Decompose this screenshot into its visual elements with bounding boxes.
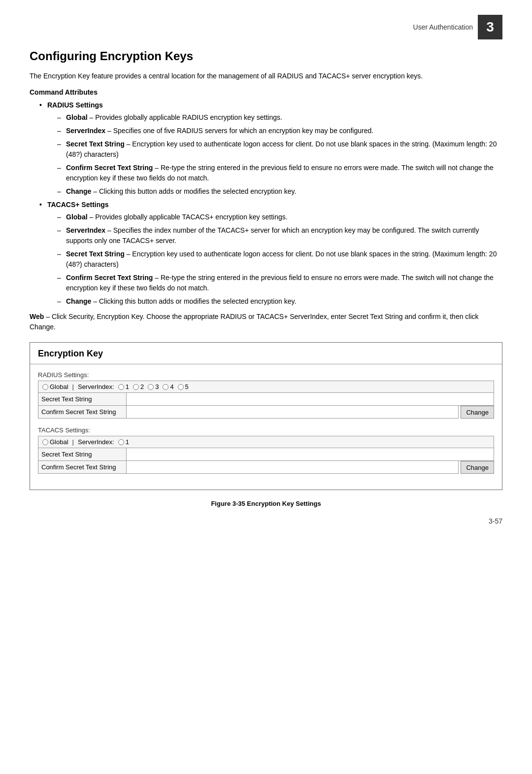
radius-change-btn-cell: Change: [461, 406, 494, 419]
tacacs-secret-label: Secret Text String: [38, 448, 127, 461]
encryption-key-box: Encryption Key RADIUS Settings: Global |…: [30, 342, 502, 490]
page-container: User Authentication 3 Configuring Encryp…: [0, 0, 532, 774]
radius-change-button[interactable]: Change: [461, 406, 494, 419]
radius-s2-radio[interactable]: 2: [133, 383, 144, 390]
enc-key-title: Encryption Key: [30, 343, 502, 364]
tacacs-global-radio[interactable]: Global: [42, 438, 68, 446]
tacacs-secret-input[interactable]: [127, 448, 494, 461]
tacacs-confirm-input[interactable]: [127, 461, 459, 474]
radius-item-change: Change – Clicking this button adds or mo…: [57, 186, 502, 197]
web-note: Web – Click Security, Encryption Key. Ch…: [30, 312, 502, 332]
radius-bullet-item: RADIUS Settings Global – Provides global…: [39, 100, 502, 197]
header-right: User Authentication 3: [413, 15, 502, 39]
chapter-number: 3: [478, 15, 502, 39]
command-attributes-label: Command Attributes: [30, 88, 502, 96]
page-number: 3-57: [30, 517, 502, 525]
tacacs-change-btn-cell: Change: [461, 461, 494, 474]
header-title: User Authentication: [413, 23, 473, 31]
tacacs-secret-row: Secret Text String: [38, 448, 494, 461]
tacacs-confirm-label: Confirm Secret Text String: [38, 461, 127, 474]
figure-caption: Figure 3-35 Encryption Key Settings: [30, 500, 502, 507]
tacacs-item-serverindex: ServerIndex – Specifies the index number…: [57, 225, 502, 246]
intro-text: The Encryption Key feature provides a ce…: [30, 71, 502, 81]
radius-confirm-input[interactable]: [127, 406, 459, 419]
radius-s3-radio[interactable]: 3: [148, 383, 159, 390]
page-title: Configuring Encryption Keys: [30, 49, 502, 63]
tacacs-bullet-item: TACACS+ Settings Global – Provides globa…: [39, 200, 502, 307]
radius-item-secret: Secret Text String – Encryption key used…: [57, 139, 502, 160]
radius-dash-list: Global – Provides globally applicable RA…: [57, 112, 502, 197]
radius-confirm-label: Confirm Secret Text String: [38, 406, 127, 419]
tacacs-confirm-row: Confirm Secret Text String Change: [38, 461, 494, 474]
radius-s1-radio[interactable]: 1: [118, 383, 129, 390]
tacacs-radio-row: Global | ServerIndex: 1: [38, 436, 494, 448]
tacacs-item-confirm: Confirm Secret Text String – Re-type the…: [57, 273, 502, 293]
radius-settings-label: RADIUS Settings:: [38, 371, 494, 379]
radius-item-confirm: Confirm Secret Text String – Re-type the…: [57, 163, 502, 183]
tacacs-item-global: Global – Provides globally applicable TA…: [57, 212, 502, 222]
tacacs-item-change: Change – Clicking this button adds or mo…: [57, 296, 502, 307]
radius-secret-input[interactable]: [127, 393, 494, 406]
radius-confirm-row: Confirm Secret Text String Change: [38, 406, 494, 419]
radius-settings-section: RADIUS Settings: Global | ServerIndex: 1: [38, 371, 494, 419]
tacacs-s1-radio[interactable]: 1: [118, 438, 129, 446]
radius-global-radio[interactable]: Global: [42, 383, 68, 390]
main-bullet-list: RADIUS Settings Global – Provides global…: [39, 100, 502, 307]
enc-key-content: RADIUS Settings: Global | ServerIndex: 1: [30, 371, 502, 490]
radius-secret-row: Secret Text String: [38, 393, 494, 406]
tacacs-change-button[interactable]: Change: [461, 461, 494, 474]
radius-radio-row: Global | ServerIndex: 1 2 3: [38, 381, 494, 393]
tacacs-dash-list: Global – Provides globally applicable TA…: [57, 212, 502, 307]
tacacs-item-secret: Secret Text String – Encryption key used…: [57, 249, 502, 270]
radius-item-serverindex: ServerIndex – Specifies one of five RADI…: [57, 126, 502, 136]
radius-secret-label: Secret Text String: [38, 393, 127, 406]
radius-s4-radio[interactable]: 4: [163, 383, 173, 390]
header-area: User Authentication 3: [30, 15, 502, 39]
radius-item-global: Global – Provides globally applicable RA…: [57, 112, 502, 123]
tacacs-settings-section: TACACS Settings: Global | ServerIndex: 1: [38, 426, 494, 474]
tacacs-settings-label: TACACS Settings:: [38, 426, 494, 434]
radius-s5-radio[interactable]: 5: [178, 383, 189, 390]
